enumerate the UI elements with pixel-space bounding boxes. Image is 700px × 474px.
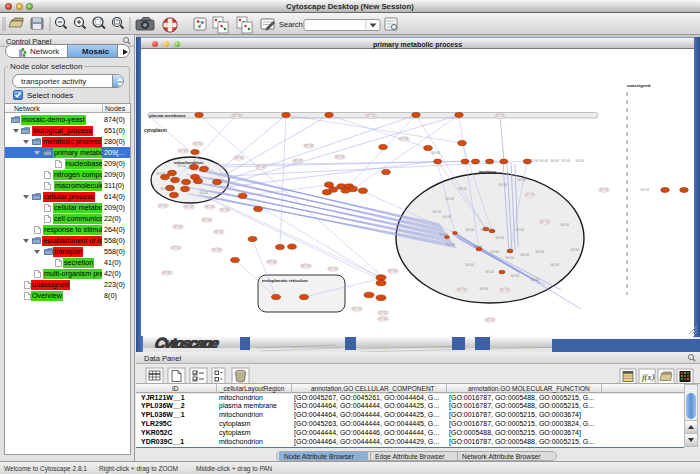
svg-text:GO:04: GO:04 <box>179 149 188 153</box>
svg-text:GO:04: GO:04 <box>499 183 508 187</box>
svg-text:GO:04: GO:04 <box>379 317 388 321</box>
svg-text:endoplasmic reticulum: endoplasmic reticulum <box>262 278 308 283</box>
svg-text:GO:04: GO:04 <box>459 187 468 191</box>
svg-text:GO:04: GO:04 <box>576 159 585 163</box>
svg-text:GO:04: GO:04 <box>530 159 539 163</box>
svg-text:GO:04: GO:04 <box>379 311 388 315</box>
svg-text:GO:04: GO:04 <box>496 114 505 118</box>
svg-text:GO:04: GO:04 <box>233 114 242 118</box>
svg-text:GO:04: GO:04 <box>486 270 495 274</box>
svg-text:GO:04: GO:04 <box>200 191 209 195</box>
svg-text:nucleus: nucleus <box>479 170 497 175</box>
svg-text:GO:04: GO:04 <box>518 178 527 182</box>
svg-text:GO:04: GO:04 <box>161 187 170 191</box>
svg-text:GO:04: GO:04 <box>486 318 495 322</box>
svg-text:GO:04: GO:04 <box>329 267 338 271</box>
svg-text:GO:04: GO:04 <box>474 245 483 249</box>
svg-text:GO:04: GO:04 <box>481 228 490 232</box>
svg-text:GO:04: GO:04 <box>206 205 215 209</box>
svg-text:Search:: Search: <box>279 20 305 29</box>
svg-text:GO:04: GO:04 <box>235 156 244 160</box>
svg-text:GO:04: GO:04 <box>506 256 515 260</box>
svg-text:GO:04: GO:04 <box>215 230 224 234</box>
svg-text:GO:04: GO:04 <box>400 137 409 141</box>
svg-text:GO:04: GO:04 <box>446 197 455 201</box>
svg-text:GO:04: GO:04 <box>516 228 525 232</box>
svg-text:GO:04: GO:04 <box>562 159 571 163</box>
svg-text:GO:04: GO:04 <box>526 193 535 197</box>
svg-text:GO:04: GO:04 <box>600 188 609 192</box>
svg-text:plasma membrane: plasma membrane <box>149 113 186 118</box>
svg-text:GO:04: GO:04 <box>466 228 475 232</box>
svg-text:GO:04: GO:04 <box>491 250 500 254</box>
svg-text:GO:04: GO:04 <box>178 164 187 168</box>
svg-text:GO:04: GO:04 <box>540 159 549 163</box>
svg-text:GO:04: GO:04 <box>443 215 452 219</box>
svg-text:GO:04: GO:04 <box>641 188 650 192</box>
svg-text:GO:04: GO:04 <box>536 250 545 254</box>
svg-text:GO:04: GO:04 <box>336 155 345 159</box>
svg-text:GO:04: GO:04 <box>157 172 166 176</box>
svg-text:GO:04: GO:04 <box>458 288 467 292</box>
svg-text:GO:04: GO:04 <box>432 151 441 155</box>
svg-text:f(x): f(x) <box>642 372 655 382</box>
svg-text:GO:04: GO:04 <box>433 210 442 214</box>
svg-text:GO:04: GO:04 <box>294 159 303 163</box>
svg-text:GO:04: GO:04 <box>302 264 311 268</box>
svg-text:GO:04: GO:04 <box>213 248 222 252</box>
svg-text:GO:04: GO:04 <box>496 236 505 240</box>
svg-text:GO:04: GO:04 <box>511 274 520 278</box>
svg-text:GO:04: GO:04 <box>501 288 510 292</box>
svg-text:GO:04: GO:04 <box>551 263 560 267</box>
svg-text:GO:04: GO:04 <box>268 260 277 264</box>
svg-text:GO:04: GO:04 <box>159 204 168 208</box>
svg-text:unassigned: unassigned <box>627 83 651 88</box>
svg-text:GO:04: GO:04 <box>389 269 398 273</box>
svg-text:GO:04: GO:04 <box>447 243 456 247</box>
svg-text:GO:04: GO:04 <box>541 220 550 224</box>
svg-text:GO:04: GO:04 <box>163 271 172 275</box>
svg-text:GO:04: GO:04 <box>203 218 212 222</box>
svg-text:GO:04: GO:04 <box>367 114 376 118</box>
svg-text:GO:04: GO:04 <box>221 208 230 212</box>
svg-text:GO:04: GO:04 <box>257 165 266 169</box>
svg-text:GO:04: GO:04 <box>353 307 362 311</box>
svg-text:GO:04: GO:04 <box>172 246 181 250</box>
svg-text:GO:04: GO:04 <box>521 253 530 257</box>
svg-text:GO:04: GO:04 <box>440 233 449 237</box>
svg-text:GO:04: GO:04 <box>531 278 540 282</box>
svg-text:GO:04: GO:04 <box>551 159 560 163</box>
svg-text:GO:04: GO:04 <box>305 144 314 148</box>
svg-text:GO:04: GO:04 <box>466 263 475 267</box>
svg-text:GO:04: GO:04 <box>571 248 580 252</box>
svg-text:GO:04: GO:04 <box>185 205 194 209</box>
svg-text:cytoplasm: cytoplasm <box>144 128 167 133</box>
svg-text:GO:04: GO:04 <box>480 287 489 291</box>
svg-text:GO:04: GO:04 <box>174 225 183 229</box>
svg-text:GO:04: GO:04 <box>194 142 203 146</box>
svg-text:GO:04: GO:04 <box>561 223 570 227</box>
